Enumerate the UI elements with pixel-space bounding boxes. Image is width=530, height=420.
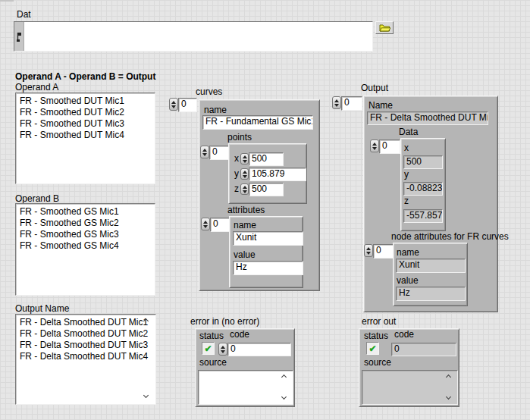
decrement-icon[interactable]: [171, 105, 176, 108]
data-label: Data: [399, 127, 418, 137]
data-z-field: -557.857: [403, 209, 443, 223]
data-index-field[interactable]: 0: [379, 139, 400, 154]
operand-a-listbox[interactable]: FR - Smoothed DUT Mic1 FR - Smoothed DUT…: [15, 92, 155, 184]
decrement-icon[interactable]: [221, 350, 225, 353]
point-z-spinner[interactable]: [240, 183, 249, 195]
data-z-label: z: [404, 196, 409, 206]
decrement-icon[interactable]: [243, 160, 247, 163]
path-type-strip: [14, 22, 24, 51]
output-index-spinner[interactable]: [332, 96, 341, 109]
list-item[interactable]: FR - Smoothed DUT Mic4: [20, 130, 155, 141]
list-item[interactable]: FR - Smoothed DUT Mic2: [20, 107, 155, 118]
error-out-source-label: source: [364, 358, 391, 368]
operand-a-label: Operand A: [15, 83, 58, 92]
increment-icon[interactable]: [334, 99, 339, 102]
point-y-field[interactable]: 105.879: [249, 168, 306, 181]
list-item[interactable]: FR - Smoothed DUT Mic1: [20, 96, 155, 107]
checkmark-icon: ✔: [204, 343, 212, 354]
increment-icon[interactable]: [221, 346, 225, 349]
node-attribute-value-label: value: [397, 276, 419, 286]
scroll-down-icon[interactable]: [281, 394, 287, 401]
error-in-code-spinner[interactable]: [218, 343, 227, 356]
path-input[interactable]: [24, 22, 372, 51]
wire-stub: [0, 0, 14, 2]
node-attribute-name-field: Xunit: [396, 259, 466, 273]
decrement-icon[interactable]: [372, 147, 377, 150]
increment-icon[interactable]: [243, 186, 247, 189]
operand-b-listbox[interactable]: FR - Smoothed GS Mic1 FR - Smoothed GS M…: [15, 203, 155, 296]
decrement-icon[interactable]: [334, 104, 339, 107]
browse-button[interactable]: [375, 21, 394, 34]
point-x-field[interactable]: 500: [249, 152, 284, 166]
error-in-status-label: status: [199, 331, 224, 341]
scroll-down-icon[interactable]: [445, 394, 452, 401]
path-control: [14, 21, 373, 52]
list-item[interactable]: FR - Smoothed GS Mic3: [20, 229, 155, 240]
scroll-up-icon[interactable]: [143, 317, 149, 324]
error-out-status-label: status: [364, 331, 388, 341]
scroll-up-icon[interactable]: [445, 373, 452, 380]
error-in-label: error in (no error): [190, 317, 259, 327]
output-index-field[interactable]: 0: [341, 96, 362, 111]
data-x-field: 500: [403, 155, 443, 169]
list-item[interactable]: FR - Smoothed GS Mic4: [20, 240, 155, 252]
decrement-icon[interactable]: [203, 225, 208, 228]
error-out-source-field: [362, 370, 458, 405]
attribute-value-field[interactable]: Hz: [233, 261, 303, 275]
labview-front-panel: Dat Operand A - Operand B = Output Opera…: [0, 0, 530, 420]
points-index-spinner[interactable]: [200, 146, 209, 158]
curves-name-field[interactable]: FR - Fundamental GS Mic1: [202, 115, 313, 130]
decrement-icon[interactable]: [366, 252, 371, 255]
increment-icon[interactable]: [243, 171, 247, 174]
data-index-spinner[interactable]: [370, 139, 379, 152]
list-item[interactable]: FR - Delta Smoothed DUT Mic4: [20, 351, 155, 362]
scroll-up-icon[interactable]: [281, 373, 287, 380]
error-out-status-indicator: ✔: [366, 342, 379, 355]
curves-index-field[interactable]: 0: [178, 98, 197, 112]
node-attributes-index-field[interactable]: 0: [373, 244, 394, 259]
point-y-spinner[interactable]: [240, 168, 249, 180]
decrement-icon[interactable]: [243, 175, 247, 178]
scroll-down-icon[interactable]: [143, 393, 149, 400]
attributes-index-field[interactable]: 0: [210, 218, 231, 232]
attributes-index-spinner[interactable]: [201, 218, 210, 230]
curves-name-label: name: [204, 105, 227, 115]
increment-icon[interactable]: [202, 149, 207, 152]
error-in-code-label: code: [230, 330, 249, 340]
point-z-field[interactable]: 500: [249, 183, 284, 196]
error-out-code-field: 0: [391, 343, 456, 356]
increment-icon[interactable]: [203, 221, 208, 224]
list-item[interactable]: FR - Delta Smoothed DUT Mic1: [20, 317, 155, 328]
increment-icon[interactable]: [171, 101, 176, 104]
list-item[interactable]: FR - Smoothed DUT Mic3: [20, 118, 155, 130]
error-out-label: error out: [362, 317, 396, 327]
point-x-spinner[interactable]: [240, 153, 249, 165]
decrement-icon[interactable]: [243, 190, 247, 193]
data-y-label: y: [404, 170, 409, 180]
list-item[interactable]: FR - Delta Smoothed DUT Mic2: [20, 328, 155, 340]
error-in-source-label: source: [199, 358, 227, 368]
output-name-field-label: Name: [368, 101, 393, 111]
output-name-listbox[interactable]: FR - Delta Smoothed DUT Mic1 FR - Delta …: [15, 314, 156, 405]
error-in-code-field[interactable]: 0: [227, 343, 291, 356]
error-in-source-field[interactable]: [198, 370, 293, 405]
points-index-field[interactable]: 0: [209, 146, 231, 160]
curves-index-spinner[interactable]: [169, 98, 178, 111]
point-z-label: z: [234, 184, 239, 194]
increment-icon[interactable]: [243, 155, 247, 158]
error-in-status-checkbox[interactable]: ✔: [202, 342, 215, 355]
attribute-value-label: value: [234, 250, 256, 260]
checkmark-icon: ✔: [368, 343, 376, 354]
open-folder-icon: [379, 24, 390, 32]
path-control-label: Dat: [17, 10, 31, 20]
decrement-icon[interactable]: [202, 153, 207, 156]
list-item[interactable]: FR - Smoothed GS Mic1: [20, 206, 155, 218]
list-item[interactable]: FR - Smoothed GS Mic2: [20, 218, 155, 229]
increment-icon[interactable]: [372, 143, 377, 146]
points-label: points: [227, 133, 252, 143]
attribute-name-field[interactable]: Xunit: [233, 231, 303, 246]
list-item[interactable]: FR - Delta Smoothed DUT Mic3: [20, 340, 155, 351]
increment-icon[interactable]: [366, 247, 371, 250]
point-y-label: y: [234, 169, 239, 179]
node-attributes-index-spinner[interactable]: [364, 244, 373, 257]
